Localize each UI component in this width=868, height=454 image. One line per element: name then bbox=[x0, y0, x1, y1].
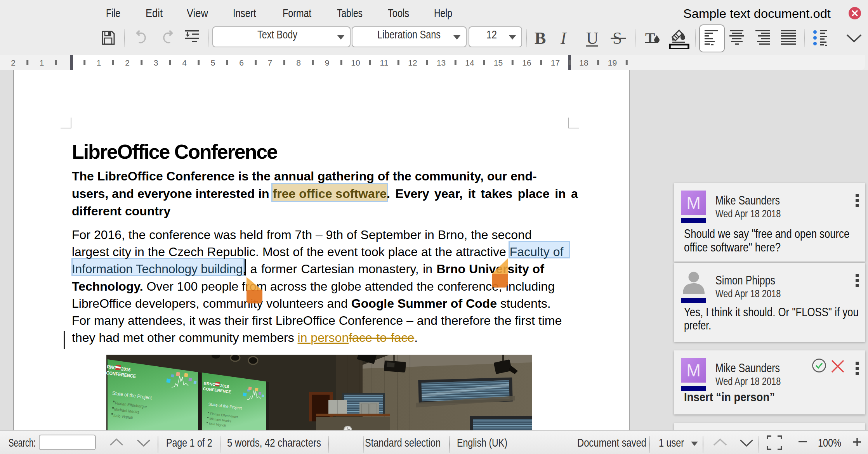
svg-text:15: 15 bbox=[494, 58, 503, 67]
svg-text:3: 3 bbox=[154, 58, 158, 67]
svg-text:11: 11 bbox=[380, 58, 389, 67]
svg-text:5: 5 bbox=[211, 58, 215, 67]
svg-text:RNO: RNO bbox=[107, 364, 117, 370]
svg-text:6: 6 bbox=[239, 58, 244, 67]
svg-text:2: 2 bbox=[125, 58, 130, 67]
svg-text:1: 1 bbox=[40, 58, 44, 67]
svg-text:18: 18 bbox=[579, 58, 588, 67]
svg-text:19: 19 bbox=[608, 58, 617, 67]
svg-text:7: 7 bbox=[268, 58, 273, 67]
svg-text:1: 1 bbox=[97, 58, 101, 67]
svg-text:12: 12 bbox=[408, 58, 417, 67]
svg-text:8: 8 bbox=[296, 58, 301, 67]
svg-text:9: 9 bbox=[325, 58, 330, 67]
svg-text:14: 14 bbox=[465, 58, 474, 67]
svg-text:16: 16 bbox=[522, 58, 531, 67]
svg-text:17: 17 bbox=[551, 58, 560, 67]
svg-text:4: 4 bbox=[182, 58, 187, 67]
svg-text:10: 10 bbox=[351, 58, 360, 67]
svg-text:13: 13 bbox=[437, 58, 446, 67]
svg-text:2: 2 bbox=[11, 58, 16, 67]
